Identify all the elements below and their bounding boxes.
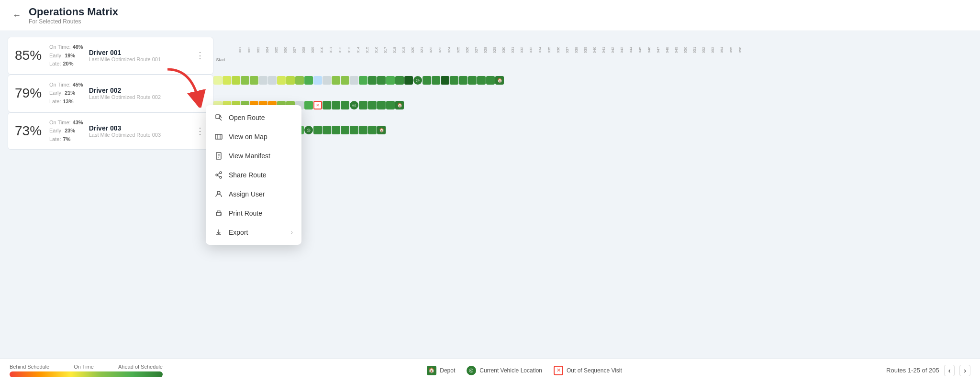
cell-1-21 (404, 76, 413, 85)
next-page-button[interactable]: › (959, 365, 970, 376)
vehicle-icon: ◎ (467, 366, 476, 375)
menu-item-view-on-map[interactable]: View on Map (206, 127, 301, 146)
legend-text-row: Behind Schedule On Time Ahead of Schedul… (10, 364, 163, 370)
cell-1-28 (468, 76, 477, 85)
menu-item-share-route[interactable]: Share Route (206, 165, 301, 185)
depot-legend: 🏠 Depot (427, 366, 455, 375)
more-button-2[interactable]: ⋮ (194, 87, 206, 99)
cell-3-15 (350, 126, 358, 134)
menu-label-export: Export (229, 229, 248, 236)
route-percent: 79% (15, 86, 44, 101)
legend-bar (10, 371, 163, 377)
cell-1-29 (477, 76, 486, 85)
cell-2-16 (359, 101, 368, 109)
cell-1-4 (250, 76, 258, 85)
cell-1-30 (486, 76, 495, 85)
cell-3-13 (332, 126, 340, 134)
depot-label: Depot (440, 367, 455, 374)
col-header-056: 056 (717, 46, 743, 55)
cell-3-12 (323, 126, 331, 134)
cell-3-18: 🏠 (377, 126, 386, 134)
map-icon (214, 132, 223, 141)
menu-label-assign-user: Assign User (229, 190, 265, 198)
cell-1-22: ◎ (413, 76, 422, 85)
back-button[interactable]: ← (10, 10, 24, 22)
cell-1-1 (223, 76, 231, 85)
page-subtitle: For Selected Routes (29, 18, 118, 25)
main-content: 85% On Time:46% Early:19% Late:20% Drive… (0, 31, 980, 358)
menu-item-open-route[interactable]: Open Route (206, 108, 301, 127)
cell-2-17 (368, 101, 377, 109)
cell-3-17 (368, 126, 377, 134)
manifest-icon (214, 152, 223, 160)
sequence-legend: ✕ Out of Sequence Visit (554, 366, 622, 375)
cell-3-14 (341, 126, 349, 134)
export-icon (214, 228, 223, 237)
route-name: Driver 002 Last Mile Optimized Route 002 (89, 87, 188, 100)
cell-2-18 (377, 101, 386, 109)
legend-behind: Behind Schedule (10, 364, 49, 370)
cell-1-6 (268, 76, 277, 85)
cell-1-18 (377, 76, 386, 85)
cell-1-17 (368, 76, 377, 85)
cell-1-15 (350, 76, 358, 85)
page-title: Operations Matrix (29, 6, 118, 18)
menu-item-print-route[interactable]: Print Route (206, 204, 301, 223)
sequence-label: Out of Sequence Visit (567, 367, 622, 374)
more-button-1[interactable]: ⋮ (194, 49, 206, 62)
route-stats: On Time:43% Early:23% Late:7% (49, 119, 83, 144)
menu-item-view-manifest[interactable]: View Manifest (206, 146, 301, 165)
route-card-3[interactable]: 73% On Time:43% Early:23% Late:7% Driver… (8, 112, 213, 150)
prev-page-button[interactable]: ‹ (944, 365, 955, 376)
grid-container: Start00100200300400500600700800901001101… (213, 37, 972, 142)
legend-ahead: Ahead of Schedule (118, 364, 163, 370)
cell-1-0 (213, 76, 222, 85)
menu-label-share-route: Share Route (229, 171, 267, 179)
route-row-1: ◎🏠 (213, 68, 972, 93)
cell-1-20 (395, 76, 404, 85)
cell-3-16 (359, 126, 368, 134)
cell-3-11 (313, 126, 322, 134)
route-row-2: ✕◎🏠 (213, 93, 972, 118)
cell-1-2 (232, 76, 240, 85)
col-headers: Start00100200300400500600700800901001101… (213, 37, 972, 63)
legend-labels: Behind Schedule On Time Ahead of Schedul… (10, 364, 163, 377)
cell-1-5 (259, 76, 267, 85)
cell-1-11 (313, 76, 322, 85)
cell-1-19 (386, 76, 395, 85)
route-card-1[interactable]: 85% On Time:46% Early:19% Late:20% Drive… (8, 37, 213, 75)
pagination-text: Routes 1-25 of 205 (886, 367, 939, 374)
cell-3-10: ◎ (304, 126, 313, 134)
route-percent: 73% (15, 123, 44, 139)
header-text: Operations Matrix For Selected Routes (29, 6, 118, 25)
cell-1-8 (286, 76, 295, 85)
svg-point-6 (220, 176, 222, 178)
more-button-3[interactable]: ⋮ (194, 125, 206, 137)
cell-2-10 (304, 101, 313, 109)
header: ← Operations Matrix For Selected Routes (0, 0, 980, 31)
cell-2-11: ✕ (313, 101, 322, 109)
cell-1-26 (450, 76, 458, 85)
print-icon (214, 209, 223, 218)
route-stats: On Time:45% Early:21% Late:13% (49, 81, 83, 106)
legend-on-time: On Time (74, 364, 94, 370)
grid-area: 85% On Time:46% Early:19% Late:20% Drive… (0, 31, 980, 358)
cell-1-13 (332, 76, 340, 85)
menu-item-export[interactable]: Export › (206, 223, 301, 242)
cell-2-19 (386, 101, 395, 109)
cell-1-31: 🏠 (495, 76, 504, 85)
route-card-2[interactable]: 79% On Time:45% Early:21% Late:13% Drive… (8, 75, 213, 112)
cell-1-3 (241, 76, 249, 85)
matrix-grid[interactable]: Start00100200300400500600700800901001101… (213, 37, 972, 352)
pagination: Routes 1-25 of 205 ‹ › (886, 365, 970, 376)
footer: Behind Schedule On Time Ahead of Schedul… (0, 358, 980, 382)
cell-1-25 (441, 76, 449, 85)
cell-1-24 (432, 76, 440, 85)
cell-1-7 (277, 76, 286, 85)
menu-label-open-route: Open Route (229, 114, 265, 121)
cell-2-14 (341, 101, 349, 109)
cell-2-13 (332, 101, 340, 109)
menu-item-assign-user[interactable]: Assign User (206, 185, 301, 204)
cell-1-9 (295, 76, 304, 85)
cell-2-15: ◎ (350, 101, 358, 109)
